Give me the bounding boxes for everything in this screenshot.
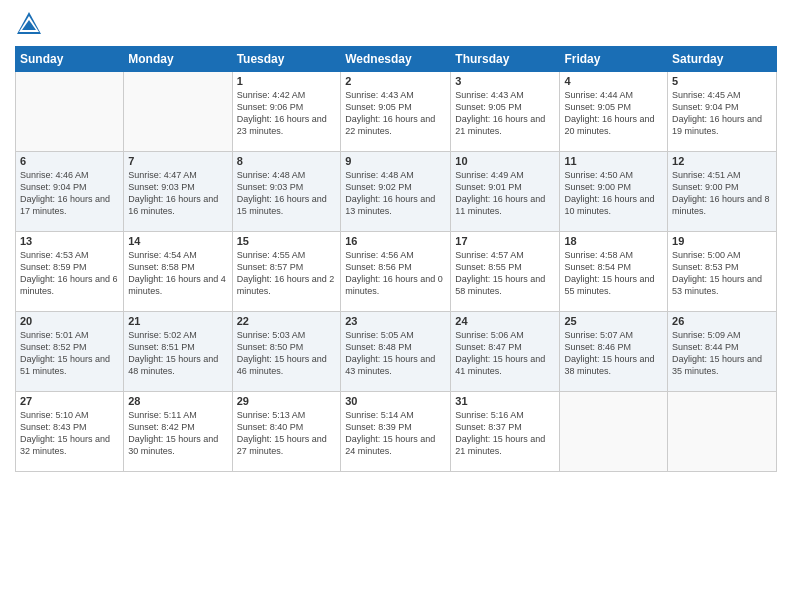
calendar-day-cell: 10Sunrise: 4:49 AM Sunset: 9:01 PM Dayli… [451,152,560,232]
day-number: 18 [564,235,663,247]
calendar-day-cell: 5Sunrise: 4:45 AM Sunset: 9:04 PM Daylig… [668,72,777,152]
day-number: 25 [564,315,663,327]
logo-icon [15,10,43,38]
day-info: Sunrise: 4:58 AM Sunset: 8:54 PM Dayligh… [564,249,663,298]
day-number: 7 [128,155,227,167]
calendar-day-cell: 15Sunrise: 4:55 AM Sunset: 8:57 PM Dayli… [232,232,341,312]
day-number: 23 [345,315,446,327]
calendar-day-cell: 4Sunrise: 4:44 AM Sunset: 9:05 PM Daylig… [560,72,668,152]
day-info: Sunrise: 5:03 AM Sunset: 8:50 PM Dayligh… [237,329,337,378]
day-number: 13 [20,235,119,247]
day-info: Sunrise: 5:09 AM Sunset: 8:44 PM Dayligh… [672,329,772,378]
day-info: Sunrise: 5:13 AM Sunset: 8:40 PM Dayligh… [237,409,337,458]
day-info: Sunrise: 4:56 AM Sunset: 8:56 PM Dayligh… [345,249,446,298]
day-number: 30 [345,395,446,407]
calendar-day-cell [560,392,668,472]
day-info: Sunrise: 4:54 AM Sunset: 8:58 PM Dayligh… [128,249,227,298]
day-number: 2 [345,75,446,87]
calendar-day-cell: 12Sunrise: 4:51 AM Sunset: 9:00 PM Dayli… [668,152,777,232]
day-number: 12 [672,155,772,167]
calendar-day-cell: 18Sunrise: 4:58 AM Sunset: 8:54 PM Dayli… [560,232,668,312]
day-number: 11 [564,155,663,167]
weekday-header: Friday [560,47,668,72]
calendar-day-cell: 2Sunrise: 4:43 AM Sunset: 9:05 PM Daylig… [341,72,451,152]
day-number: 21 [128,315,227,327]
calendar-day-cell: 20Sunrise: 5:01 AM Sunset: 8:52 PM Dayli… [16,312,124,392]
calendar-day-cell: 17Sunrise: 4:57 AM Sunset: 8:55 PM Dayli… [451,232,560,312]
day-number: 5 [672,75,772,87]
calendar-day-cell: 6Sunrise: 4:46 AM Sunset: 9:04 PM Daylig… [16,152,124,232]
calendar-day-cell: 9Sunrise: 4:48 AM Sunset: 9:02 PM Daylig… [341,152,451,232]
calendar-week-row: 13Sunrise: 4:53 AM Sunset: 8:59 PM Dayli… [16,232,777,312]
calendar-day-cell: 21Sunrise: 5:02 AM Sunset: 8:51 PM Dayli… [124,312,232,392]
calendar-day-cell: 31Sunrise: 5:16 AM Sunset: 8:37 PM Dayli… [451,392,560,472]
weekday-header: Wednesday [341,47,451,72]
day-info: Sunrise: 4:48 AM Sunset: 9:03 PM Dayligh… [237,169,337,218]
day-number: 8 [237,155,337,167]
calendar-day-cell: 27Sunrise: 5:10 AM Sunset: 8:43 PM Dayli… [16,392,124,472]
calendar-day-cell: 11Sunrise: 4:50 AM Sunset: 9:00 PM Dayli… [560,152,668,232]
day-info: Sunrise: 4:49 AM Sunset: 9:01 PM Dayligh… [455,169,555,218]
day-info: Sunrise: 5:06 AM Sunset: 8:47 PM Dayligh… [455,329,555,378]
day-number: 1 [237,75,337,87]
day-info: Sunrise: 5:02 AM Sunset: 8:51 PM Dayligh… [128,329,227,378]
calendar-day-cell: 30Sunrise: 5:14 AM Sunset: 8:39 PM Dayli… [341,392,451,472]
day-info: Sunrise: 4:50 AM Sunset: 9:00 PM Dayligh… [564,169,663,218]
day-number: 26 [672,315,772,327]
day-number: 3 [455,75,555,87]
day-info: Sunrise: 4:47 AM Sunset: 9:03 PM Dayligh… [128,169,227,218]
day-info: Sunrise: 5:11 AM Sunset: 8:42 PM Dayligh… [128,409,227,458]
calendar: SundayMondayTuesdayWednesdayThursdayFrid… [15,46,777,472]
calendar-day-cell: 13Sunrise: 4:53 AM Sunset: 8:59 PM Dayli… [16,232,124,312]
day-number: 22 [237,315,337,327]
day-info: Sunrise: 4:57 AM Sunset: 8:55 PM Dayligh… [455,249,555,298]
header [15,10,777,38]
calendar-day-cell: 19Sunrise: 5:00 AM Sunset: 8:53 PM Dayli… [668,232,777,312]
day-number: 16 [345,235,446,247]
day-number: 17 [455,235,555,247]
day-info: Sunrise: 5:01 AM Sunset: 8:52 PM Dayligh… [20,329,119,378]
calendar-day-cell: 23Sunrise: 5:05 AM Sunset: 8:48 PM Dayli… [341,312,451,392]
day-info: Sunrise: 4:55 AM Sunset: 8:57 PM Dayligh… [237,249,337,298]
calendar-week-row: 20Sunrise: 5:01 AM Sunset: 8:52 PM Dayli… [16,312,777,392]
weekday-header: Sunday [16,47,124,72]
calendar-day-cell: 14Sunrise: 4:54 AM Sunset: 8:58 PM Dayli… [124,232,232,312]
calendar-week-row: 27Sunrise: 5:10 AM Sunset: 8:43 PM Dayli… [16,392,777,472]
day-number: 19 [672,235,772,247]
calendar-day-cell: 26Sunrise: 5:09 AM Sunset: 8:44 PM Dayli… [668,312,777,392]
day-info: Sunrise: 4:53 AM Sunset: 8:59 PM Dayligh… [20,249,119,298]
weekday-header: Monday [124,47,232,72]
day-info: Sunrise: 4:43 AM Sunset: 9:05 PM Dayligh… [345,89,446,138]
calendar-week-row: 1Sunrise: 4:42 AM Sunset: 9:06 PM Daylig… [16,72,777,152]
day-info: Sunrise: 4:44 AM Sunset: 9:05 PM Dayligh… [564,89,663,138]
day-info: Sunrise: 4:51 AM Sunset: 9:00 PM Dayligh… [672,169,772,218]
day-number: 29 [237,395,337,407]
calendar-day-cell: 8Sunrise: 4:48 AM Sunset: 9:03 PM Daylig… [232,152,341,232]
day-number: 10 [455,155,555,167]
weekday-header: Thursday [451,47,560,72]
page: SundayMondayTuesdayWednesdayThursdayFrid… [0,0,792,612]
day-info: Sunrise: 5:05 AM Sunset: 8:48 PM Dayligh… [345,329,446,378]
day-info: Sunrise: 5:10 AM Sunset: 8:43 PM Dayligh… [20,409,119,458]
day-info: Sunrise: 5:00 AM Sunset: 8:53 PM Dayligh… [672,249,772,298]
day-number: 6 [20,155,119,167]
day-number: 14 [128,235,227,247]
day-info: Sunrise: 4:42 AM Sunset: 9:06 PM Dayligh… [237,89,337,138]
day-number: 20 [20,315,119,327]
calendar-day-cell [16,72,124,152]
calendar-day-cell: 25Sunrise: 5:07 AM Sunset: 8:46 PM Dayli… [560,312,668,392]
calendar-day-cell [124,72,232,152]
day-info: Sunrise: 5:16 AM Sunset: 8:37 PM Dayligh… [455,409,555,458]
day-number: 24 [455,315,555,327]
calendar-day-cell: 1Sunrise: 4:42 AM Sunset: 9:06 PM Daylig… [232,72,341,152]
day-number: 4 [564,75,663,87]
day-number: 27 [20,395,119,407]
day-info: Sunrise: 4:46 AM Sunset: 9:04 PM Dayligh… [20,169,119,218]
day-info: Sunrise: 5:07 AM Sunset: 8:46 PM Dayligh… [564,329,663,378]
day-info: Sunrise: 4:45 AM Sunset: 9:04 PM Dayligh… [672,89,772,138]
logo [15,10,47,38]
calendar-day-cell: 24Sunrise: 5:06 AM Sunset: 8:47 PM Dayli… [451,312,560,392]
calendar-day-cell: 29Sunrise: 5:13 AM Sunset: 8:40 PM Dayli… [232,392,341,472]
weekday-header-row: SundayMondayTuesdayWednesdayThursdayFrid… [16,47,777,72]
weekday-header: Tuesday [232,47,341,72]
